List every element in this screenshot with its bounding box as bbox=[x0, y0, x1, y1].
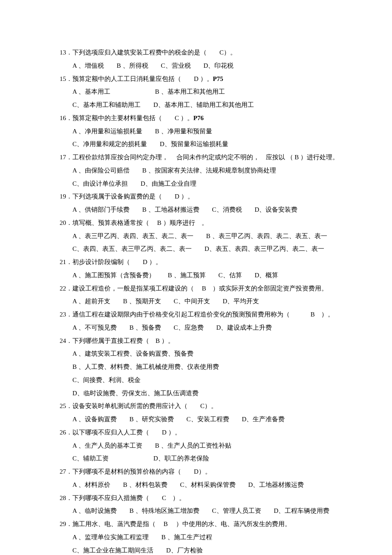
question-block: 23．通信工程在建设期限内由于价格变化引起工程造价变化的预测预留费用称为（ B … bbox=[60, 308, 341, 334]
question-block: 26．以下哪项不应归入人工费（D ）。A 、生产人员的基本工资 B 、生产人员的… bbox=[60, 426, 341, 465]
question-block: 22．建设工程造价，一般是指某项工程建设的（ B ）或实际开支的全部固定资产投资… bbox=[60, 282, 341, 308]
stem-text: ．设备安装时单机测试所需的费用应计入（ bbox=[66, 403, 187, 409]
stem-text-tail: ）。 bbox=[166, 495, 185, 501]
stem-text: ．工程价款结算应按合同约定办理， 合同未作约定或约定不明的， 应按以 （ B ）… bbox=[66, 154, 339, 161]
question-number: 21 bbox=[60, 259, 66, 265]
question-number: 24 bbox=[60, 337, 66, 344]
question-block: 29．施工用水、电、蒸汽费是指（ B ）中使用的水、电、蒸汽所发生的费用。A 、… bbox=[60, 518, 341, 555]
stem-text: ．以下哪项不应归入人工费（ bbox=[66, 429, 149, 436]
question-block: 25．设备安装时单机测试所需的费用应计入（C）。A 、设备购置费 B 、研究实验… bbox=[60, 400, 341, 426]
question-stem: 15．预算定额中的人工工日消耗量应包括（D ）。P75 bbox=[60, 72, 341, 86]
answer-letter: C bbox=[175, 115, 179, 121]
stem-text: ．预算定额中的人工工日消耗量应包括（ bbox=[66, 75, 181, 82]
stem-text-tail: ）。 bbox=[205, 403, 217, 409]
question-block: 16．预算定额中的主要材料量包括（C ）。P76A 、净用量和运输损耗量 B 、… bbox=[60, 112, 341, 151]
question-stem: 26．以下哪项不应归入人工费（D ）。 bbox=[60, 426, 341, 439]
question-number: 25 bbox=[60, 403, 66, 409]
question-block: 21．初步设计阶段编制（D ）。A 、施工图预算（含预备费） B 、施工预算 C… bbox=[60, 256, 341, 282]
stem-text: ．下列哪项不应归入措施费（ bbox=[66, 495, 149, 501]
stem-text: ．初步设计阶段编制（ bbox=[66, 259, 130, 265]
question-block: 28．下列哪项不应归入措施费（C ）。A 、临时设施费 B 、特殊地区施工增加费… bbox=[60, 492, 341, 518]
answer-letter: C bbox=[162, 495, 166, 501]
question-number: 13 bbox=[60, 49, 66, 56]
question-block: 20．填写概、预算表格通常按（ B ）顺序进行 。A 、表三甲乙丙、表四、表五、… bbox=[60, 216, 341, 256]
option-line: A 、增值税 B 、所得税 C、营业税 D、印花税 bbox=[60, 59, 341, 72]
answer-letter: C bbox=[200, 403, 205, 409]
stem-text: ．下列选项应归入建筑安装工程费中的税金的是（ bbox=[66, 49, 207, 56]
option-line: A 、表三甲乙丙、表四、表五、表二、表一 B 、表三甲乙丙、表四、表二、表五、表… bbox=[60, 230, 341, 243]
option-line: C、基本用工和辅助用工 D、基本用工、辅助用工和其他用工 bbox=[60, 98, 341, 112]
question-stem: 21．初步设计阶段编制（D ）。 bbox=[60, 256, 341, 269]
option-line: B 、人工费、材料费、施工机械使用费、仪表使用费 bbox=[60, 360, 341, 374]
option-line: C、由设计单位承担 D、由施工企业自理 bbox=[60, 177, 341, 190]
question-number: 29 bbox=[60, 520, 66, 527]
question-number: 16 bbox=[60, 115, 66, 121]
option-line: A 、建筑安装工程费、设备购置费、预备费 bbox=[60, 347, 341, 360]
question-number: 22 bbox=[60, 285, 66, 292]
option-line: A 、基本用工 B 、基本用工和其他用工 bbox=[60, 85, 341, 98]
stem-text-tail: ）。 bbox=[179, 193, 194, 200]
question-stem: 24．下列哪些属于直接工程费（ B ）。 bbox=[60, 334, 341, 348]
option-line: C、表四、表五、表三甲乙丙、表二、表一 D、表五、表四、表三甲乙丙、表二、表一 bbox=[60, 242, 341, 256]
answer-letter: D bbox=[194, 75, 199, 82]
stem-text-tail: ）。 bbox=[147, 259, 162, 265]
question-number: 17 bbox=[60, 154, 66, 161]
question-block: 19．下列选项属于设备购置费的是（D ）。A 、供销部门手续费 B 、工地器材搬… bbox=[60, 190, 341, 216]
question-block: 17．工程价款结算应按合同约定办理， 合同未作约定或约定不明的， 应按以 （ B… bbox=[60, 151, 341, 190]
stem-text: ．填写概、预算表格通常按（ B ）顺序进行 。 bbox=[66, 219, 208, 226]
stem-text: ．下列选项属于设备购置费的是（ bbox=[66, 193, 162, 200]
option-line: A 、由保险公司赔偿 B 、按国家有关法律、法规和规章制度协商处理 bbox=[60, 164, 341, 177]
stem-text-tail: ）。 bbox=[167, 429, 181, 436]
stem-text: ．下列哪些属于直接工程费（ B ）。 bbox=[66, 337, 174, 344]
option-line: A 、净用量和运输损耗量 B 、净用量和预留量 bbox=[60, 125, 341, 138]
question-stem: 25．设备安装时单机测试所需的费用应计入（C）。 bbox=[60, 400, 341, 413]
question-block: 13．下列选项应归入建筑安装工程费中的税金的是（C）。A 、增值税 B 、所得税… bbox=[60, 46, 341, 72]
option-line: C、施工企业在施工期间生活 D、厂方检验 bbox=[60, 544, 341, 555]
option-line: A 、临时设施费 B 、特殊地区施工增加费 C、管理人员工资 D、工程车辆使用费 bbox=[60, 504, 341, 518]
option-line: A 、监理单位实施工程监理 B 、施工生产过程 bbox=[60, 531, 341, 544]
question-stem: 28．下列哪项不应归入措施费（C ）。 bbox=[60, 492, 341, 505]
question-stem: 22．建设工程造价，一般是指某项工程建设的（ B ）或实际开支的全部固定资产投资… bbox=[60, 282, 341, 295]
option-line: D、临时设施费、劳保支出、施工队伍调遣费 bbox=[60, 387, 341, 400]
option-line: C、间接费、利润、税金 bbox=[60, 374, 341, 387]
stem-text: ．通信工程在建设期限内由于价格变化引起工程造价变化的预测预留费用称为（ B ）。 bbox=[66, 311, 334, 318]
stem-reference: P76 bbox=[193, 115, 204, 121]
answer-letter: D bbox=[143, 259, 147, 265]
question-stem: 27．下列哪项不是材料的预算价格的内容（D）。 bbox=[60, 465, 341, 478]
question-block: 24．下列哪些属于直接工程费（ B ）。A 、建筑安装工程费、设备购置费、预备费… bbox=[60, 334, 341, 400]
question-number: 15 bbox=[60, 75, 66, 82]
document-page: 13．下列选项应归入建筑安装工程费中的税金的是（C）。A 、增值税 B 、所得税… bbox=[0, 0, 392, 555]
question-number: 28 bbox=[60, 495, 66, 501]
stem-text-tail: ）。 bbox=[224, 49, 236, 56]
question-block: 15．预算定额中的人工工日消耗量应包括（D ）。P75A 、基本用工 B 、基本… bbox=[60, 72, 341, 112]
question-number: 20 bbox=[60, 219, 66, 226]
question-stem: 16．预算定额中的主要材料量包括（C ）。P76 bbox=[60, 112, 341, 125]
stem-text: ．预算定额中的主要材料量包括（ bbox=[66, 115, 162, 121]
question-number: 19 bbox=[60, 193, 66, 200]
answer-letter: D bbox=[194, 468, 199, 475]
option-line: A 、材料原价 B 、材料包装费 C、材料采购保管费 D、工地器材搬运费 bbox=[60, 478, 341, 492]
option-line: C、净用量和规定的损耗量 D、预留量和运输损耗量 bbox=[60, 138, 341, 151]
option-line: A 、施工图预算（含预备费） B 、施工预算 C、估算 D、概算 bbox=[60, 269, 341, 282]
option-line: A 、供销部门手续费 B 、工地器材搬运费 C、消费税 D、设备安装费 bbox=[60, 203, 341, 216]
question-stem: 19．下列选项属于设备购置费的是（D ）。 bbox=[60, 190, 341, 203]
answer-letter: C bbox=[219, 49, 224, 56]
question-list: 13．下列选项应归入建筑安装工程费中的税金的是（C）。A 、增值税 B 、所得税… bbox=[60, 46, 341, 555]
stem-text: ．施工用水、电、蒸汽费是指（ B ）中使用的水、电、蒸汽所发生的费用。 bbox=[66, 520, 291, 527]
question-stem: 20．填写概、预算表格通常按（ B ）顺序进行 。 bbox=[60, 216, 341, 230]
question-stem: 17．工程价款结算应按合同约定办理， 合同未作约定或约定不明的， 应按以 （ B… bbox=[60, 151, 341, 164]
stem-reference: P75 bbox=[213, 75, 223, 82]
option-line: A 、不可预见费 B 、预备费 C、应急费 D、建设成本上升费 bbox=[60, 321, 341, 334]
stem-text: ．下列哪项不是材料的预算价格的内容（ bbox=[66, 468, 181, 475]
option-line: A 、生产人员的基本工资 B 、生产人员的工资性补贴 bbox=[60, 439, 341, 452]
question-number: 26 bbox=[60, 429, 66, 436]
answer-letter: D bbox=[162, 429, 167, 436]
stem-text-tail: ）。 bbox=[179, 115, 193, 121]
option-line: C、辅助工资 D、职工的养老保险 bbox=[60, 452, 341, 465]
question-number: 27 bbox=[60, 468, 66, 475]
question-stem: 29．施工用水、电、蒸汽费是指（ B ）中使用的水、电、蒸汽所发生的费用。 bbox=[60, 518, 341, 531]
stem-text-tail: ）。 bbox=[199, 75, 213, 82]
question-stem: 13．下列选项应归入建筑安装工程费中的税金的是（C）。 bbox=[60, 46, 341, 59]
stem-text-tail: ）。 bbox=[199, 468, 211, 475]
option-line: A 、超前开支 B 、预期开支 C、中间开支 D、平均开支 bbox=[60, 295, 341, 308]
